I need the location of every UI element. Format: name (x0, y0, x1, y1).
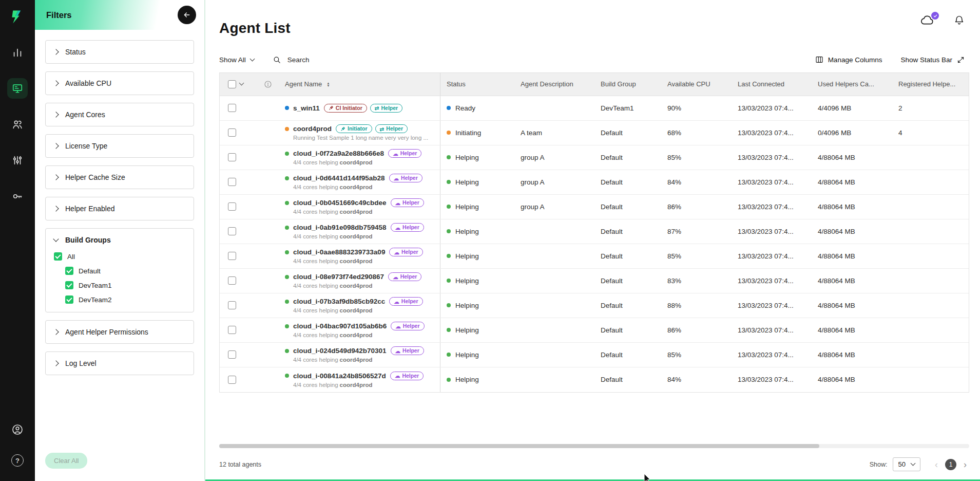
cell-status: Initiating (440, 121, 514, 145)
search-box[interactable] (273, 55, 353, 64)
table-row[interactable]: cloud_i-07b3af9db85cb92cc ☁Helper 4/4 co… (220, 293, 969, 318)
clear-all-button[interactable]: Clear All (45, 453, 87, 469)
status-label: Initiating (455, 129, 481, 137)
sidebar-item-analytics[interactable] (7, 42, 28, 63)
sidebar-item-licenses[interactable] (7, 186, 28, 207)
cell-registered-helpers (892, 293, 969, 318)
scrollbar-thumb[interactable] (219, 444, 819, 448)
show-all-dropdown[interactable]: Show All (219, 56, 254, 64)
sidebar-item-agents[interactable] (7, 78, 28, 99)
status-dot (447, 229, 451, 233)
brand-logo[interactable] (7, 6, 28, 28)
select-all-checkbox[interactable] (228, 80, 236, 88)
checkbox-checked-icon[interactable] (65, 295, 73, 304)
profile-button[interactable] (7, 419, 28, 440)
row-checkbox[interactable] (228, 276, 236, 285)
filter-section-toggle[interactable]: Log Level (46, 352, 194, 375)
cell-build-group: Default (594, 293, 661, 318)
cell-status: Helping (440, 145, 514, 170)
select-menu-chevron-icon[interactable] (239, 81, 244, 86)
column-header-registered_helpers[interactable]: Registered Helpe... (892, 73, 969, 96)
table-row[interactable]: cloud_i-0ab91e098db759458 ☁Helper 4/4 co… (220, 219, 969, 244)
cell-status: Helping (440, 269, 514, 293)
table-row[interactable]: cloud_i-00841a24b8506527d ☁Helper 4/4 co… (220, 367, 969, 392)
status-label: Helping (455, 228, 479, 235)
page-size-select[interactable]: 50 (893, 457, 920, 471)
table-row[interactable]: coord4prod Initiator⇄Helper Running Test… (220, 121, 969, 145)
row-checkbox[interactable] (228, 227, 236, 235)
row-checkbox[interactable] (228, 128, 236, 137)
agent-status-dot (285, 201, 289, 205)
table-row[interactable]: cloud_i-0aae8883239733a09 ☁Helper 4/4 co… (220, 244, 969, 269)
row-checkbox[interactable] (228, 326, 236, 334)
sidebar-item-settings[interactable] (7, 150, 28, 171)
cell-agent-name: cloud_i-0ab91e098db759458 ☁Helper 4/4 co… (279, 219, 440, 244)
column-header-build_group[interactable]: Build Group (594, 73, 661, 96)
filter-section-toggle[interactable]: Status (46, 41, 194, 63)
filter-section-toggle[interactable]: Agent Cores (46, 103, 194, 126)
row-checkbox[interactable] (228, 350, 236, 359)
table-row[interactable]: cloud_i-0d6441d144f95ab28 ☁Helper 4/4 co… (220, 170, 969, 195)
horizontal-scrollbar[interactable] (219, 444, 969, 448)
status-dot (447, 303, 451, 307)
filter-option-label: DevTeam2 (79, 296, 112, 304)
manage-columns-button[interactable]: Manage Columns (815, 55, 882, 64)
filter-option[interactable]: All (54, 252, 185, 261)
filter-section-toggle[interactable]: Agent Helper Permissions (46, 321, 194, 343)
search-input[interactable] (286, 55, 353, 64)
app-window: ? Filters Status Available CPU (0, 0, 980, 481)
checkbox-checked-icon[interactable] (54, 252, 62, 261)
status-label: Helping (455, 351, 479, 359)
filter-option[interactable]: Default (65, 267, 185, 275)
checkbox-checked-icon[interactable] (65, 281, 73, 289)
filter-section-toggle[interactable]: Helper Enabled (46, 197, 194, 220)
column-header-last_connected[interactable]: Last Connected (732, 73, 812, 96)
filter-section: Helper Cache Size (45, 165, 194, 189)
table-row[interactable]: cloud_i-0f72a9a2e88b666e8 ☁Helper 4/4 co… (220, 145, 969, 170)
chevron-down-icon (249, 56, 255, 61)
filter-section-toggle[interactable]: License Type (46, 135, 194, 157)
agent-status-dot (285, 152, 289, 156)
cell-status: Ready (440, 96, 514, 120)
column-header-status[interactable]: Status (440, 73, 514, 96)
row-checkbox[interactable] (228, 104, 236, 112)
row-checkbox[interactable] (228, 178, 236, 186)
row-checkbox[interactable] (228, 202, 236, 211)
column-header-used_helpers_cache[interactable]: Used Helpers Ca... (812, 73, 892, 96)
agent-status-dot (285, 226, 289, 230)
collapse-filters-button[interactable] (178, 6, 196, 24)
filter-option[interactable]: DevTeam1 (65, 281, 185, 289)
row-checkbox[interactable] (228, 252, 236, 260)
rocket-icon (340, 126, 345, 132)
table-row[interactable]: s_win11 CI Initiator⇄Helper Ready DevTea… (220, 96, 969, 121)
row-checkbox[interactable] (228, 376, 236, 384)
filter-option[interactable]: DevTeam2 (65, 295, 185, 304)
sidebar-item-users[interactable] (7, 114, 28, 135)
cloud-status-button[interactable] (920, 14, 935, 26)
table-row[interactable]: cloud_i-024d549d942b70301 ☁Helper 4/4 co… (220, 343, 969, 367)
show-status-bar-button[interactable]: Show Status Bar (900, 56, 965, 64)
table-row[interactable]: cloud_i-04bac907d105ab6b6 ☁Helper 4/4 co… (220, 318, 969, 343)
filter-section-label: Agent Helper Permissions (65, 328, 148, 336)
table-row[interactable]: cloud_i-0b0451669c49cbdee ☁Helper 4/4 co… (220, 195, 969, 219)
filter-section-toggle[interactable]: Helper Cache Size (46, 166, 194, 189)
column-header-agent_description[interactable]: Agent Description (514, 73, 594, 96)
status-dot (447, 328, 451, 332)
sort-icon[interactable]: ▲▼ (326, 82, 330, 87)
filters-header: Filters (35, 0, 204, 30)
column-header-available_cpu[interactable]: Available CPU (661, 73, 732, 96)
notifications-button[interactable] (954, 15, 965, 26)
row-checkbox[interactable] (228, 153, 236, 161)
cell-registered-helpers (892, 219, 969, 244)
next-page-button[interactable]: › (964, 460, 967, 469)
table-row[interactable]: cloud_i-08e973f74ed290867 ☁Helper 4/4 co… (220, 269, 969, 293)
column-header-agent_name[interactable]: Agent Name▲▼ (279, 73, 440, 96)
help-button[interactable]: ? (7, 450, 28, 471)
checkbox-checked-icon[interactable] (65, 267, 73, 275)
filter-section-toggle[interactable]: Available CPU (46, 72, 194, 95)
prev-page-button[interactable]: ‹ (935, 460, 938, 469)
cell-available-cpu: 86% (661, 195, 732, 219)
row-checkbox[interactable] (228, 301, 236, 309)
filter-section-toggle[interactable]: Build Groups (46, 229, 194, 251)
cell-registered-helpers (892, 343, 969, 367)
